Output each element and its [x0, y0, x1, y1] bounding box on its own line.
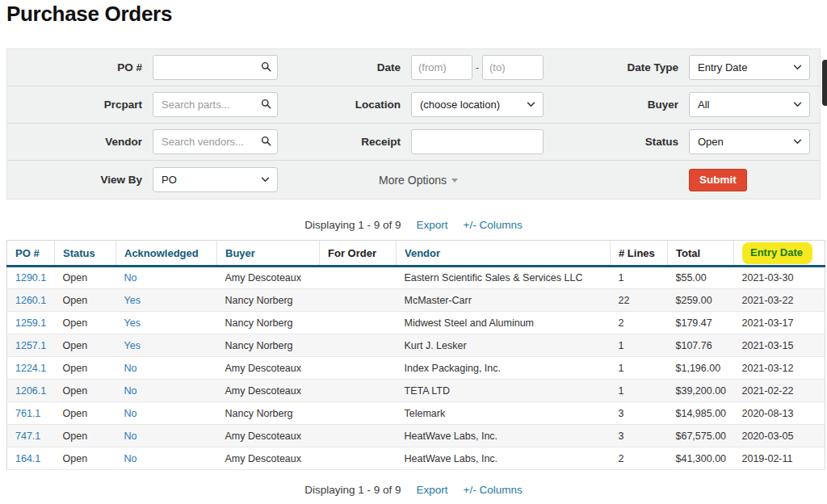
acknowledged-link[interactable]: No: [124, 363, 137, 374]
table-row: 747.1OpenNoAmy DescoteauxHeatWave Labs, …: [7, 425, 825, 447]
entry-date-cell: 2021-03-17: [742, 317, 794, 329]
submit-button[interactable]: Submit: [689, 169, 747, 191]
col-header-po[interactable]: PO #: [7, 241, 55, 267]
po-link[interactable]: 1224.1: [15, 363, 46, 374]
prcpart-filter-label: Prcpart: [7, 99, 153, 111]
total-cell: $107.76: [676, 340, 712, 351]
entry-date-cell: 2020-03-05: [742, 430, 794, 442]
lines-cell: 3: [619, 430, 624, 442]
pagination-bottom: Displaying 1 - 9 of 9 Export +/- Columns: [0, 484, 827, 496]
buyer-cell: Amy Descoteaux: [225, 453, 301, 464]
po-link[interactable]: 761.1: [15, 408, 40, 419]
acknowledged-link[interactable]: Yes: [124, 317, 141, 329]
filter-row-4: View By PO More Options Submit: [7, 161, 820, 199]
lines-cell: 1: [619, 363, 624, 374]
vendor-filter-box: [153, 129, 278, 154]
col-header-status[interactable]: Status: [55, 241, 116, 267]
buyer-cell: Amy Descoteaux: [225, 430, 301, 442]
date-type-select[interactable]: Entry Date: [689, 55, 810, 80]
status-cell: Open: [63, 363, 88, 374]
acknowledged-link[interactable]: No: [124, 430, 137, 442]
col-header-buyer[interactable]: Buyer: [217, 241, 320, 267]
col-header-vendor[interactable]: Vendor: [397, 241, 611, 267]
po-link[interactable]: 164.1: [15, 453, 40, 464]
page-title: Purchase Orders: [6, 2, 827, 27]
more-options-toggle[interactable]: More Options: [379, 174, 458, 187]
status-select[interactable]: Open: [689, 129, 810, 154]
status-cell: Open: [63, 340, 88, 351]
location-select[interactable]: (choose location): [411, 92, 544, 117]
displaying-count: Displaying 1 - 9 of 9: [304, 219, 401, 231]
status-filter-label: Status: [544, 136, 689, 148]
buyer-value: All: [698, 99, 709, 111]
po-link[interactable]: 1257.1: [15, 340, 46, 351]
acknowledged-link[interactable]: Yes: [124, 295, 141, 306]
total-cell: $259.00: [676, 295, 712, 306]
table-row: 1224.1OpenNoAmy DescoteauxIndex Packagin…: [7, 357, 825, 380]
chevron-down-icon: [793, 139, 802, 145]
export-link[interactable]: Export: [417, 219, 448, 231]
buyer-cell: Nancy Norberg: [225, 317, 293, 329]
date-range: -: [411, 55, 544, 80]
filter-row-2: Prcpart Location (choose location): [7, 86, 820, 124]
acknowledged-link[interactable]: No: [124, 272, 137, 284]
date-to-input[interactable]: [483, 56, 543, 79]
po-filter-box: [153, 55, 278, 80]
po-search-button[interactable]: [257, 58, 275, 78]
view-by-value: PO: [162, 174, 177, 186]
status-cell: Open: [63, 430, 88, 442]
buyer-cell: Nancy Norberg: [225, 408, 293, 419]
buyer-cell: Amy Descoteaux: [225, 272, 301, 284]
acknowledged-link[interactable]: Yes: [124, 340, 141, 351]
view-by-select[interactable]: PO: [153, 167, 278, 192]
total-cell: $179.47: [676, 317, 712, 329]
lines-cell: 2: [619, 317, 624, 329]
total-cell: $14,985.00: [676, 408, 727, 419]
acknowledged-link[interactable]: No: [124, 385, 137, 397]
buyer-select[interactable]: All: [689, 92, 810, 117]
col-header-entry-date[interactable]: Entry Date: [734, 241, 825, 267]
vendor-search-button[interactable]: [257, 132, 275, 152]
prcpart-filter-box: [153, 92, 278, 117]
col-header-total: Total: [668, 241, 734, 267]
vendor-cell: HeatWave Labs, Inc.: [405, 430, 498, 442]
vertical-scrollbar-thumb[interactable]: [822, 60, 827, 106]
col-header-acknowledged[interactable]: Acknowledged: [116, 241, 217, 267]
chevron-down-icon: [793, 65, 802, 70]
receipt-input[interactable]: [412, 130, 543, 153]
po-link[interactable]: 747.1: [15, 430, 40, 442]
lines-cell: 3: [619, 408, 624, 419]
table-row: 1259.1OpenYesNancy NorbergMidwest Steel …: [7, 312, 825, 334]
date-filter-label: Date: [278, 61, 411, 74]
buyer-cell: Amy Descoteaux: [225, 385, 301, 397]
po-table-body: 1290.1OpenNoAmy DescoteauxEastern Scient…: [7, 267, 825, 470]
total-cell: $39,200.00: [676, 385, 727, 397]
lines-cell: 22: [619, 295, 630, 306]
chevron-down-icon: [451, 178, 458, 183]
pagination-top: Displaying 1 - 9 of 9 Export +/- Columns: [0, 219, 827, 231]
entry-date-cell: 2021-03-15: [742, 340, 794, 351]
po-link[interactable]: 1206.1: [15, 385, 46, 397]
acknowledged-link[interactable]: No: [124, 408, 137, 419]
table-row: 761.1OpenNoNancy NorbergTelemark3$14,985…: [7, 402, 825, 425]
receipt-filter-box: [411, 129, 544, 154]
status-value: Open: [698, 136, 724, 148]
entry-date-cell: 2020-08-13: [742, 408, 794, 419]
table-row: 1260.1OpenYesNancy NorbergMcMaster-Carr2…: [7, 289, 825, 312]
date-from-input[interactable]: [412, 56, 472, 79]
total-cell: $67,575.00: [676, 430, 727, 442]
more-options-label: More Options: [379, 174, 447, 187]
status-cell: Open: [63, 408, 88, 419]
po-link[interactable]: 1290.1: [15, 272, 46, 284]
po-link[interactable]: 1259.1: [15, 317, 46, 329]
buyer-cell: Nancy Norberg: [225, 295, 293, 306]
search-icon: [261, 136, 271, 149]
entry-date-sort-highlight: Entry Date: [742, 242, 812, 264]
export-link[interactable]: Export: [417, 484, 448, 496]
acknowledged-link[interactable]: No: [124, 453, 137, 464]
po-link[interactable]: 1260.1: [15, 295, 46, 306]
prcpart-search-button[interactable]: [257, 95, 275, 115]
columns-link[interactable]: +/- Columns: [464, 219, 523, 231]
date-type-label: Date Type: [544, 61, 689, 74]
columns-link[interactable]: +/- Columns: [464, 484, 523, 496]
